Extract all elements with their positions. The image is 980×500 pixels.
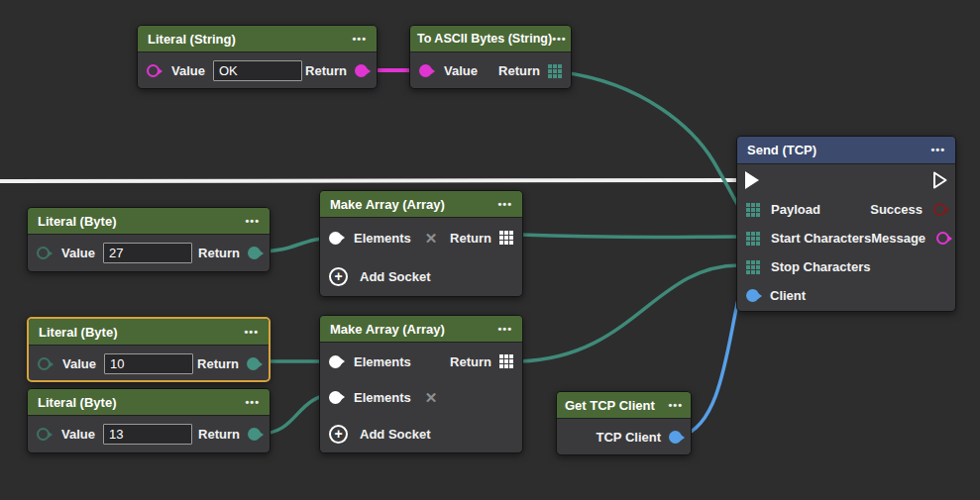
add-socket-label[interactable]: Add Socket <box>360 427 431 442</box>
stop-characters-input-port[interactable] <box>746 260 760 274</box>
return-array-port[interactable] <box>499 354 513 368</box>
add-socket-icon[interactable]: + <box>329 267 348 286</box>
node-header[interactable]: Make Array (Array) ••• <box>320 316 522 343</box>
value-label: Value <box>62 356 96 371</box>
node-make-array-1[interactable]: Make Array (Array) ••• Elements ✕ Return… <box>319 190 523 297</box>
node-header[interactable]: To ASCII Bytes (String) ••• <box>410 26 571 52</box>
message-output-port[interactable] <box>936 232 949 245</box>
value-label: Value <box>444 63 478 78</box>
node-title: Literal (Byte) <box>39 325 117 340</box>
elements-1-label: Elements <box>354 354 411 369</box>
return-label: Return <box>450 231 491 246</box>
node-menu-icon[interactable]: ••• <box>497 199 512 210</box>
node-header[interactable]: Send (TCP) ••• <box>737 137 955 164</box>
return-label: Return <box>197 356 239 371</box>
exec-input-port[interactable] <box>744 170 760 190</box>
node-menu-icon[interactable]: ••• <box>552 34 567 45</box>
value-input-port[interactable] <box>37 247 50 259</box>
wire-exec-to-send-tcp[interactable] <box>0 180 738 181</box>
elements-2-input-port[interactable] <box>329 391 342 404</box>
node-menu-icon[interactable]: ••• <box>497 324 512 335</box>
node-title: Literal (Byte) <box>38 395 116 410</box>
node-title: Get TCP Client <box>565 398 655 413</box>
return-array-port[interactable] <box>499 231 513 245</box>
node-menu-icon[interactable]: ••• <box>352 34 367 45</box>
success-label: Success <box>870 202 923 217</box>
node-header[interactable]: Literal (Byte) ••• <box>29 319 269 346</box>
node-send-tcp[interactable]: Send (TCP) ••• Payload Success Start Cha… <box>736 136 956 312</box>
value-input-port[interactable] <box>419 64 432 77</box>
node-header[interactable]: Literal (Byte) ••• <box>28 208 270 235</box>
node-header[interactable]: Get TCP Client ••• <box>557 392 691 419</box>
elements-1-input-port[interactable] <box>329 355 342 368</box>
stop-characters-label: Stop Characters <box>771 259 870 274</box>
return-label: Return <box>198 427 240 442</box>
payload-label: Payload <box>771 202 820 217</box>
message-label: Message <box>871 231 926 246</box>
node-literal-byte-13[interactable]: Literal (Byte) ••• Value Return <box>27 388 271 453</box>
remove-socket-icon[interactable]: ✕ <box>425 231 438 246</box>
node-to-ascii-bytes[interactable]: To ASCII Bytes (String) ••• Value Return <box>409 25 572 89</box>
node-literal-byte-10[interactable]: Literal (Byte) ••• Value Return <box>27 317 271 382</box>
node-menu-icon[interactable]: ••• <box>245 397 260 408</box>
return-label: Return <box>198 246 240 260</box>
node-title: Make Array (Array) <box>330 197 445 212</box>
remove-socket-icon[interactable]: ✕ <box>425 390 438 405</box>
value-label: Value <box>61 427 95 442</box>
node-make-array-2[interactable]: Make Array (Array) ••• Elements Return E… <box>319 315 523 453</box>
value-input-port[interactable] <box>147 64 160 77</box>
return-array-port[interactable] <box>548 64 562 78</box>
return-output-port[interactable] <box>248 428 261 441</box>
node-menu-icon[interactable]: ••• <box>668 400 683 411</box>
value-input-port[interactable] <box>37 428 50 441</box>
wire-ascii-to-payload[interactable] <box>563 72 739 207</box>
node-literal-byte-27[interactable]: Literal (Byte) ••• Value Return <box>27 207 271 272</box>
value-label: Value <box>171 63 205 78</box>
success-output-port[interactable] <box>933 203 946 216</box>
node-menu-icon[interactable]: ••• <box>244 327 259 338</box>
node-title: To ASCII Bytes (String) <box>417 32 552 46</box>
value-field[interactable] <box>104 353 193 374</box>
start-characters-input-port[interactable] <box>746 232 760 246</box>
elements-2-label: Elements <box>354 390 411 405</box>
node-menu-icon[interactable]: ••• <box>930 145 945 155</box>
node-title: Literal (Byte) <box>38 214 116 229</box>
node-menu-icon[interactable]: ••• <box>245 216 260 227</box>
add-socket-icon[interactable]: + <box>329 425 348 444</box>
return-label: Return <box>305 63 347 78</box>
node-get-tcp-client[interactable]: Get TCP Client ••• TCP Client <box>556 391 692 455</box>
value-field[interactable] <box>103 243 192 263</box>
elements-input-port[interactable] <box>329 232 342 245</box>
node-header[interactable]: Literal (Byte) ••• <box>28 389 270 416</box>
value-field[interactable] <box>213 60 302 81</box>
tcp-client-output-port[interactable] <box>669 431 682 444</box>
payload-input-port[interactable] <box>746 203 760 217</box>
return-output-port[interactable] <box>248 247 261 259</box>
node-title: Send (TCP) <box>747 143 817 157</box>
client-input-port[interactable] <box>746 289 759 302</box>
value-label: Value <box>61 246 95 260</box>
node-title: Literal (String) <box>148 32 236 47</box>
return-output-port[interactable] <box>247 357 260 370</box>
elements-label: Elements <box>354 231 411 246</box>
exec-output-port[interactable] <box>932 170 948 190</box>
value-field[interactable] <box>103 424 192 445</box>
start-characters-label: Start Characters <box>771 231 871 246</box>
node-literal-string[interactable]: Literal (String) ••• Value Return <box>137 25 378 89</box>
node-header[interactable]: Literal (String) ••• <box>138 26 377 52</box>
wire-make-array-1-to-start-chars[interactable] <box>520 235 739 238</box>
node-title: Make Array (Array) <box>330 322 445 337</box>
node-header[interactable]: Make Array (Array) ••• <box>320 191 522 218</box>
return-output-port[interactable] <box>355 64 368 77</box>
return-label: Return <box>450 354 491 369</box>
value-input-port[interactable] <box>38 357 51 370</box>
client-label: Client <box>770 288 806 303</box>
add-socket-label[interactable]: Add Socket <box>360 269 431 284</box>
return-label: Return <box>498 63 540 78</box>
tcp-client-label: TCP Client <box>597 430 662 445</box>
node-editor-canvas[interactable]: Literal (String) ••• Value Return To ASC… <box>0 0 980 500</box>
wire-make-array-2-to-stop-chars[interactable] <box>520 265 739 361</box>
